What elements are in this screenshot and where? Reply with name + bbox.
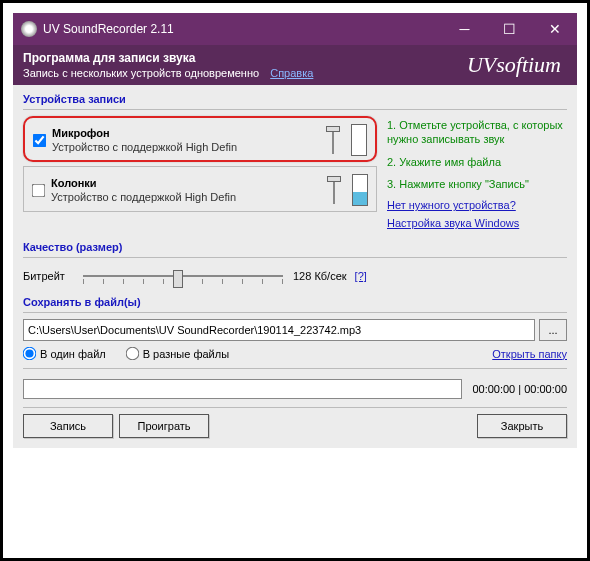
windows-sound-link[interactable]: Настройка звука Windows <box>387 217 567 229</box>
device-name: Колонки <box>51 177 320 189</box>
close-window-button[interactable]: ✕ <box>532 13 577 45</box>
hint-step-1: 1. Отметьте устройства, с которых нужно … <box>387 118 567 147</box>
record-button[interactable]: Запись <box>23 414 113 438</box>
device-level-meter <box>352 174 368 206</box>
mode-multi-radio[interactable] <box>125 347 139 361</box>
app-subtitle: Запись с нескольких устройств одновремен… <box>23 67 259 79</box>
hint-step-2: 2. Укажите имя файла <box>387 155 567 169</box>
brand-logo: UVsoftium <box>467 52 567 78</box>
device-level-meter <box>351 124 367 156</box>
hint-step-3: 3. Нажмите кнопку "Запись" <box>387 177 567 191</box>
mode-single-file[interactable]: В один файл <box>23 347 106 360</box>
device-name: Микрофон <box>52 127 319 139</box>
device-desc: Устройство с поддержкой High Defin <box>52 141 319 153</box>
time-display: 00:00:00 | 00:00:00 <box>472 383 567 395</box>
close-button[interactable]: Закрыть <box>477 414 567 438</box>
quality-section-title: Качество (размер) <box>23 241 567 253</box>
device-speakers-checkbox[interactable] <box>32 183 46 197</box>
bitrate-help-link[interactable]: [?] <box>355 270 367 282</box>
device-microphone-checkbox[interactable] <box>33 133 47 147</box>
device-volume-slider[interactable] <box>324 174 344 206</box>
device-speakers: Колонки Устройство с поддержкой High Def… <box>23 166 377 212</box>
mode-multi-file[interactable]: В разные файлы <box>126 347 229 360</box>
devices-section-title: Устройства записи <box>23 93 567 105</box>
bitrate-label: Битрейт <box>23 270 83 282</box>
header: Программа для записи звука Запись с неск… <box>13 45 577 85</box>
save-path-input[interactable] <box>23 319 535 341</box>
device-desc: Устройство с поддержкой High Defin <box>51 191 320 203</box>
app-title: Программа для записи звука <box>23 51 467 65</box>
open-folder-link[interactable]: Открыть папку <box>492 348 567 360</box>
help-link[interactable]: Справка <box>270 67 313 79</box>
play-button[interactable]: Проиграть <box>119 414 209 438</box>
bitrate-slider[interactable] <box>83 264 283 288</box>
window-title: UV SoundRecorder 2.11 <box>43 22 442 36</box>
maximize-button[interactable]: ☐ <box>487 13 532 45</box>
device-microphone: Микрофон Устройство с поддержкой High De… <box>23 116 377 162</box>
bitrate-value: 128 Кб/сек <box>293 270 347 282</box>
titlebar: UV SoundRecorder 2.11 ─ ☐ ✕ <box>13 13 577 45</box>
save-section-title: Сохранять в файл(ы) <box>23 296 567 308</box>
no-device-link[interactable]: Нет нужного устройства? <box>387 199 567 211</box>
mode-single-radio[interactable] <box>23 347 37 361</box>
progress-bar <box>23 379 462 399</box>
app-icon <box>21 21 37 37</box>
device-volume-slider[interactable] <box>323 124 343 156</box>
minimize-button[interactable]: ─ <box>442 13 487 45</box>
browse-button[interactable]: ... <box>539 319 567 341</box>
